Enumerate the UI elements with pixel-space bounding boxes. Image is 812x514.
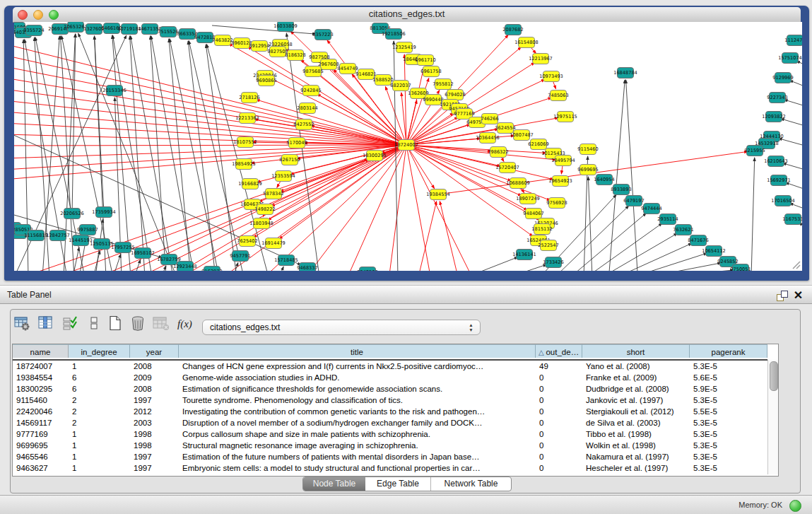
column-header-title[interactable]: title <box>179 344 536 358</box>
graph-node[interactable]: 9115460 <box>577 144 598 155</box>
graph-node[interactable]: 10973493 <box>539 71 563 82</box>
table-row[interactable]: 2242004622012Investigating the contribut… <box>13 406 767 417</box>
graph-node[interactable]: 9756928 <box>546 198 567 209</box>
graph-node[interactable]: 12093822 <box>762 112 786 122</box>
graph-node[interactable]: 17016504 <box>771 196 795 206</box>
graph-node[interactable]: 12505135 <box>90 239 114 250</box>
table-row[interactable]: 911546021997Tourette syndrome. Phenomeno… <box>13 395 767 406</box>
graph-node[interactable]: 7986322 <box>488 147 508 158</box>
graph-node[interactable]: 7515526 <box>158 27 178 37</box>
graph-node[interactable]: 3624554 <box>495 123 515 134</box>
graph-node[interactable]: 2935114 <box>657 214 678 225</box>
table-row[interactable]: 1938455462009Genome-wide association stu… <box>13 372 767 383</box>
network-table-selector[interactable]: citations_edges.txt ▲▼ <box>202 320 481 335</box>
tab-node-table[interactable]: Node Table <box>303 477 365 491</box>
graph-node[interactable]: 8471676 <box>688 235 708 246</box>
graph-node[interactable]: 15720407 <box>495 163 519 173</box>
graph-node[interactable]: 9162872 <box>201 267 222 271</box>
graph-node[interactable]: 1167533 <box>782 214 802 225</box>
graph-node[interactable]: 8267150 <box>279 155 300 165</box>
graph-node[interactable]: 19166829 <box>238 179 262 189</box>
table-row[interactable]: 946554611997Estimation of the future num… <box>13 451 767 462</box>
graph-node[interactable]: 9242845 <box>300 86 321 96</box>
tab-network-table[interactable]: Network Table <box>430 477 511 491</box>
select-rows-button[interactable] <box>61 315 80 333</box>
graph-node[interactable]: 18107552 <box>233 137 257 148</box>
graph-node[interactable]: 12842757 <box>46 230 70 241</box>
graph-node[interactable]: 12975115 <box>553 112 577 122</box>
graph-node[interactable]: 19654923 <box>548 176 572 187</box>
graph-node[interactable]: 8454749 <box>337 64 358 74</box>
graph-node[interactable]: 2087682 <box>502 25 523 35</box>
graph-node[interactable]: 11803948 <box>249 218 273 229</box>
graph-node[interactable]: 16914479 <box>261 238 286 249</box>
graph-node[interactable]: 7463822 <box>212 35 233 46</box>
graph-node[interactable]: 8933893 <box>611 185 631 195</box>
graph-node[interactable]: 11445193 <box>69 235 93 246</box>
graph-node[interactable]: 11156819 <box>24 230 48 241</box>
table-row[interactable]: 977716911998Corpus callosum shape and si… <box>13 428 767 440</box>
graph-node[interactable]: 20153346 <box>102 86 126 96</box>
graph-node[interactable]: 8427552 <box>293 119 314 130</box>
graph-node[interactable]: 7632621 <box>673 225 693 235</box>
graph-node[interactable]: 12213967 <box>529 54 553 64</box>
column-header-out_degree[interactable]: △ out_de… <box>536 344 582 358</box>
window-resize-handle[interactable] <box>791 259 801 269</box>
graph-node[interactable]: 10654112 <box>702 246 726 257</box>
graph-node[interactable]: 7485063 <box>548 90 568 101</box>
graph-node[interactable]: 18907249 <box>516 194 540 204</box>
table-row[interactable]: 1830029562008Estimation of significance … <box>13 383 767 395</box>
graph-node[interactable]: 6961710 <box>415 55 435 66</box>
graph-node[interactable]: 6961758 <box>420 66 441 77</box>
graph-node[interactable]: 12353594 <box>271 171 295 182</box>
graph-node[interactable]: 746266 <box>481 114 498 124</box>
graph-node[interactable]: 2803144 <box>297 103 317 114</box>
graph-node[interactable]: 12923448 <box>173 262 197 271</box>
graph-node[interactable]: 8912954 <box>249 41 269 52</box>
graph-node[interactable]: 10807487 <box>510 130 534 141</box>
graph-node[interactable]: 2718126 <box>239 93 259 103</box>
column-header-pagerank[interactable]: pagerank <box>690 344 767 358</box>
network-window-titlebar[interactable]: citations_edges.txt <box>13 7 801 23</box>
graph-node[interactable]: 9750051 <box>730 264 751 271</box>
merge-tables-button[interactable] <box>86 315 104 333</box>
graph-node[interactable]: 6822037 <box>390 81 411 91</box>
network-canvas[interactable]: 2041590364035579355724206914061065326713… <box>14 22 802 271</box>
column-visibility-button[interactable] <box>37 315 56 333</box>
graph-node[interactable]: 2342566 <box>357 267 377 271</box>
tab-edge-table[interactable]: Edge Table <box>365 477 430 491</box>
graph-node[interactable]: 9468337 <box>297 263 317 271</box>
table-row[interactable]: 1456911722003Disruption of a novel membe… <box>13 417 767 428</box>
graph-node[interactable]: 16210643 <box>764 156 788 167</box>
graph-node[interactable]: 8186328 <box>285 50 305 61</box>
graph-node[interactable]: 5878342 <box>263 189 283 199</box>
table-row[interactable]: 946362711997Embryonic stem cells: a mode… <box>13 462 767 474</box>
graph-node[interactable]: 9129969 <box>772 73 793 83</box>
graph-node[interactable]: 9975887 <box>77 225 98 235</box>
graph-node[interactable]: 7625402 <box>237 236 257 247</box>
graph-node[interactable]: 19218506 <box>382 29 406 40</box>
graph-node[interactable]: 12325419 <box>392 42 416 53</box>
graph-node[interactable]: 18495794 <box>551 156 575 166</box>
graph-node[interactable]: 1640954 <box>594 175 614 185</box>
column-header-name[interactable]: name <box>13 344 69 358</box>
column-header-in_degree[interactable]: in_degree <box>69 344 130 358</box>
graph-node[interactable]: 15692971 <box>767 175 791 186</box>
graph-node[interactable]: 9355724 <box>23 25 44 36</box>
new-table-button[interactable] <box>107 315 125 333</box>
graph-node[interactable]: 14136141 <box>512 250 536 260</box>
graph-node[interactable]: 18300295 <box>363 151 387 161</box>
graph-node[interactable]: 20364456 <box>476 133 500 144</box>
float-panel-icon[interactable] <box>777 291 789 301</box>
column-header-short[interactable]: short <box>582 344 690 358</box>
graph-node[interactable]: 8215955 <box>744 146 765 156</box>
graph-node[interactable]: 9457791 <box>230 251 250 262</box>
graph-node[interactable]: 9699695 <box>577 165 598 175</box>
graph-node[interactable]: 19854925 <box>232 159 256 170</box>
graph-node[interactable]: 6794028 <box>445 90 465 100</box>
scrollbar-thumb[interactable] <box>770 361 778 391</box>
vertical-scrollbar[interactable] <box>767 360 778 474</box>
graph-node[interactable]: 10688609 <box>506 178 530 189</box>
graph-node[interactable]: 5170049 <box>286 138 307 148</box>
graph-node[interactable]: 12213363 <box>235 113 259 124</box>
